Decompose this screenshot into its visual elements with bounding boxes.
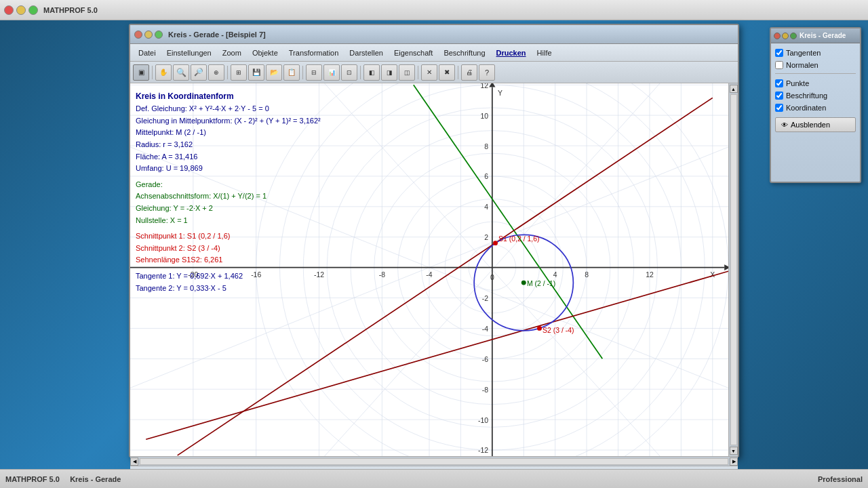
scrollbar-right[interactable]: ▲ ▼ — [728, 83, 738, 456]
normalen-row[interactable]: Normalen — [775, 61, 856, 69]
menu-drucken[interactable]: Drucken — [491, 47, 532, 59]
sp-min-btn[interactable] — [782, 33, 789, 39]
normalen-checkbox[interactable] — [775, 61, 783, 69]
svg-text:12: 12 — [646, 271, 654, 279]
scroll-left-arrow[interactable]: ◀ — [130, 458, 138, 466]
toolbar-copy-btn[interactable]: 📋 — [283, 64, 300, 81]
main-min-btn[interactable] — [144, 30, 153, 39]
main-close-btn[interactable] — [134, 30, 142, 39]
toolbar-close-btn[interactable]: ✕ — [421, 64, 437, 81]
koordinaten-row[interactable]: Koordinaten — [775, 104, 856, 112]
menu-beschriftung[interactable]: Beschriftung — [438, 47, 490, 59]
outer-close-btn[interactable] — [4, 5, 14, 15]
svg-text:6: 6 — [484, 174, 488, 181]
menu-objekte[interactable]: Objekte — [247, 47, 283, 59]
outer-title: MATHPROF 5.0 — [43, 6, 98, 14]
svg-text:-8: -8 — [379, 271, 386, 279]
outer-min-btn[interactable] — [16, 5, 26, 15]
toolbar-view1-btn[interactable]: ◧ — [363, 64, 380, 81]
info-gerade-title: Gerade: — [136, 179, 321, 191]
toolbar-chart-btn[interactable]: 📊 — [323, 64, 340, 81]
main-window: Kreis - Gerade - [Beispiel 7] Datei Eins… — [129, 24, 739, 458]
svg-text:4: 4 — [484, 203, 488, 211]
menu-eigenschaft[interactable]: Eigenschaft — [389, 47, 438, 59]
content-area: -20 -16 -12 -8 -4 0 4 8 12 X 12 10 8 6 — [130, 83, 738, 456]
svg-text:Y: Y — [498, 89, 502, 97]
menu-darstellen[interactable]: Darstellen — [344, 47, 389, 59]
tangenten-row[interactable]: Tangenten — [775, 49, 856, 57]
info-tangente2: Tangente 2: Y = 0,333·X - 5 — [136, 283, 321, 295]
svg-point-73 — [493, 241, 498, 245]
info-line2: Gleichung in Mittelpunktform: (X - 2)² +… — [136, 115, 321, 127]
side-panel: Kreis - Gerade Tangenten Normalen Punkte… — [770, 27, 861, 183]
outer-titlebar: MATHPROF 5.0 — [0, 0, 868, 20]
scroll-down-arrow[interactable]: ▼ — [730, 447, 738, 455]
toolbar-view3-btn[interactable]: ◫ — [399, 64, 415, 81]
koordinaten-checkbox[interactable] — [775, 104, 783, 112]
status-left: MATHPROF 5.0 Kreis - Gerade — [5, 475, 818, 483]
graph-area[interactable]: -20 -16 -12 -8 -4 0 4 8 12 X 12 10 8 6 — [130, 83, 728, 456]
outer-window-controls[interactable] — [4, 5, 38, 15]
toolbar-sep-4 — [360, 66, 361, 79]
sp-max-btn[interactable] — [790, 33, 797, 39]
menu-transformation[interactable]: Transformation — [283, 47, 344, 59]
info-overlay: Kreis in Koordinatenform Def. Gleichung:… — [136, 90, 321, 294]
info-line5: Fläche: A = 31,416 — [136, 151, 321, 163]
sp-close-btn[interactable] — [774, 33, 781, 39]
menu-einstellungen[interactable]: Einstellungen — [161, 47, 217, 59]
toolbar-open-btn[interactable]: 📂 — [266, 64, 282, 81]
svg-text:-4: -4 — [482, 325, 489, 333]
side-divider — [775, 73, 856, 74]
info-line3: Mittelpunkt: M (2 / -1) — [136, 127, 321, 139]
koordinaten-label: Koordinaten — [786, 104, 826, 112]
main-max-btn[interactable] — [155, 30, 163, 39]
ausblenden-button[interactable]: 👁 Ausblenden — [775, 117, 856, 132]
svg-text:-8: -8 — [482, 386, 489, 394]
menu-hilfe[interactable]: Hilfe — [532, 47, 557, 59]
svg-text:8: 8 — [585, 271, 589, 279]
info-schnitt2: Schnittpunkt 2: S2 (3 / -4) — [136, 243, 321, 255]
toolbar-x-btn[interactable]: ✖ — [439, 64, 455, 81]
toolbar-help-btn[interactable]: ? — [479, 64, 495, 81]
menu-zoom[interactable]: Zoom — [217, 47, 247, 59]
scroll-up-arrow[interactable]: ▲ — [730, 85, 738, 93]
menu-datei[interactable]: Datei — [133, 47, 161, 59]
svg-text:2: 2 — [484, 234, 488, 241]
status-doc-name: Kreis - Gerade — [70, 475, 121, 483]
beschriftung-checkbox[interactable] — [775, 92, 783, 100]
toolbar-sep-1 — [152, 66, 153, 79]
scroll-track-right[interactable] — [730, 94, 737, 445]
side-panel-controls[interactable] — [774, 33, 797, 39]
scroll-track-bottom[interactable] — [140, 458, 728, 465]
normalen-label: Normalen — [786, 61, 818, 69]
toolbar-hand-btn[interactable]: ✋ — [155, 64, 172, 81]
toolbar-zoom-out-btn[interactable]: 🔎 — [191, 64, 207, 81]
toolbar-sep-5 — [418, 66, 418, 79]
tangenten-checkbox[interactable] — [775, 49, 783, 57]
toolbar-prop-btn[interactable]: ⊡ — [341, 64, 357, 81]
svg-point-75 — [537, 326, 542, 331]
toolbar-select-btn[interactable]: ▣ — [133, 64, 149, 81]
outer-max-btn[interactable] — [28, 5, 38, 15]
toolbar-zoom-in-btn[interactable]: 🔍 — [173, 64, 189, 81]
scrollbar-bottom[interactable]: ◀ ▶ — [130, 456, 738, 466]
info-line1: Def. Gleichung: X² + Y²-4·X + 2·Y - 5 = … — [136, 103, 321, 115]
toolbar-zoom-reset-btn[interactable]: ⊕ — [208, 64, 224, 81]
info-gerade3: Nullstelle: X = 1 — [136, 215, 321, 227]
toolbar-save-btn[interactable]: 💾 — [248, 64, 264, 81]
punkte-row[interactable]: Punkte — [775, 79, 856, 87]
scroll-right-arrow[interactable]: ▶ — [730, 458, 738, 466]
svg-text:-10: -10 — [478, 417, 488, 424]
toolbar-grid-btn[interactable]: ⊞ — [231, 64, 247, 81]
beschriftung-row[interactable]: Beschriftung — [775, 92, 856, 100]
punkte-checkbox[interactable] — [775, 79, 783, 87]
main-titlebar: Kreis - Gerade - [Beispiel 7] — [130, 25, 738, 44]
toolbar-print-btn[interactable]: 🖨 — [461, 64, 477, 81]
toolbar-table-btn[interactable]: ⊟ — [306, 64, 322, 81]
toolbar-sep-3 — [302, 66, 303, 79]
main-window-controls[interactable] — [134, 30, 163, 39]
svg-text:10: 10 — [480, 113, 488, 120]
status-app-name: MATHPROF 5.0 — [5, 475, 60, 483]
toolbar-view2-btn[interactable]: ◨ — [381, 64, 397, 81]
svg-text:S2 (3 / -4): S2 (3 / -4) — [542, 327, 574, 334]
